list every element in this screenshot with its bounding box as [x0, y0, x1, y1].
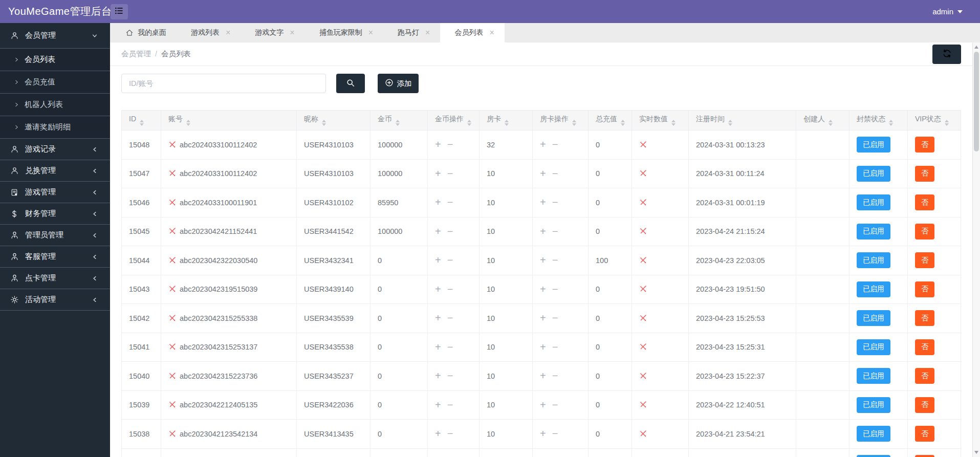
tools-icon[interactable]	[168, 256, 176, 264]
user-menu[interactable]: admin	[932, 7, 963, 16]
decrease-cards-icon[interactable]: −	[552, 139, 558, 150]
sidebar-item-游戏记录[interactable]: 游戏记录	[0, 139, 110, 160]
close-icon[interactable]: ×	[368, 29, 373, 37]
tools-icon[interactable]	[168, 401, 176, 408]
decrease-coins-icon[interactable]: −	[447, 399, 453, 410]
sidebar-item-会员管理[interactable]: 会员管理	[0, 23, 110, 49]
tools-icon[interactable]	[168, 372, 176, 380]
scroll-up-arrow-icon[interactable]	[974, 46, 978, 49]
tools-icon[interactable]	[639, 256, 647, 264]
decrease-cards-icon[interactable]: −	[552, 370, 558, 381]
search-input[interactable]	[121, 74, 326, 93]
column-header-账号[interactable]: 账号	[161, 111, 297, 130]
ban-status-button[interactable]: 已启用	[857, 397, 890, 413]
tab-跑马灯[interactable]: 跑马灯 ×	[383, 23, 440, 42]
increase-cards-icon[interactable]: +	[540, 428, 546, 439]
tab-我的桌面[interactable]: 我的桌面	[115, 23, 177, 42]
column-header-创建人[interactable]: 创建人	[796, 111, 850, 130]
ban-status-button[interactable]: 已启用	[857, 339, 890, 355]
column-header-金币[interactable]: 金币	[371, 111, 428, 130]
tab-游戏列表[interactable]: 游戏列表 ×	[177, 23, 241, 42]
column-header-VIP状态[interactable]: VIP状态	[908, 111, 961, 130]
sidebar-item-财务管理[interactable]: 财务管理	[0, 203, 110, 225]
ban-status-button[interactable]: 已启用	[857, 310, 890, 326]
scrollbar-thumb[interactable]	[974, 52, 979, 151]
tools-icon[interactable]	[639, 343, 647, 351]
sort-carets-icon[interactable]	[322, 120, 326, 126]
tools-icon[interactable]	[168, 199, 176, 206]
search-button[interactable]	[336, 74, 365, 93]
ban-status-button[interactable]: 已启用	[857, 368, 890, 384]
vip-status-button[interactable]: 否	[915, 368, 934, 384]
column-header-ID[interactable]: ID	[122, 111, 161, 130]
tab-会员列表[interactable]: 会员列表 ×	[440, 23, 504, 42]
sort-carets-icon[interactable]	[945, 120, 949, 126]
vip-status-button[interactable]: 否	[915, 281, 934, 297]
ban-status-button[interactable]: 已启用	[857, 166, 890, 182]
tools-icon[interactable]	[639, 285, 647, 293]
vip-status-button[interactable]: 否	[915, 252, 934, 268]
vip-status-button[interactable]: 否	[915, 397, 934, 413]
sidebar-sub-item-邀请奖励明细[interactable]: 邀请奖励明细	[0, 116, 110, 139]
tools-icon[interactable]	[168, 314, 176, 322]
tools-icon[interactable]	[168, 343, 176, 351]
tools-icon[interactable]	[639, 430, 647, 438]
tools-icon[interactable]	[639, 141, 647, 148]
decrease-coins-icon[interactable]: −	[447, 168, 453, 179]
menu-toggle-button[interactable]	[111, 4, 128, 19]
sidebar-sub-item-机器人列表[interactable]: 机器人列表	[0, 94, 110, 116]
sidebar-item-游戏管理[interactable]: 游戏管理	[0, 182, 110, 203]
ban-status-button[interactable]: 已启用	[857, 455, 890, 457]
tools-icon[interactable]	[168, 285, 176, 293]
column-header-房卡操作[interactable]: 房卡操作	[533, 111, 589, 130]
ban-status-button[interactable]: 已启用	[857, 137, 890, 153]
ban-status-button[interactable]: 已启用	[857, 252, 890, 268]
ban-status-button[interactable]: 已启用	[857, 426, 890, 442]
decrease-coins-icon[interactable]: −	[447, 254, 453, 266]
sidebar-sub-item-会员充值[interactable]: 会员充值	[0, 71, 110, 94]
vip-status-button[interactable]: 否	[915, 426, 934, 442]
sidebar-sub-item-会员列表[interactable]: 会员列表	[0, 49, 110, 71]
vip-status-button[interactable]: 否	[915, 224, 934, 240]
increase-coins-icon[interactable]: +	[435, 284, 441, 295]
sort-carets-icon[interactable]	[572, 120, 576, 126]
sidebar-item-兑换管理[interactable]: 兑换管理	[0, 160, 110, 182]
decrease-cards-icon[interactable]: −	[552, 168, 558, 179]
decrease-cards-icon[interactable]: −	[552, 226, 558, 237]
increase-coins-icon[interactable]: +	[435, 254, 441, 266]
increase-cards-icon[interactable]: +	[540, 370, 546, 381]
decrease-cards-icon[interactable]: −	[552, 197, 558, 208]
decrease-coins-icon[interactable]: −	[447, 428, 453, 439]
increase-cards-icon[interactable]: +	[540, 341, 546, 353]
add-button[interactable]: 添加	[378, 74, 419, 93]
tools-icon[interactable]	[639, 169, 647, 177]
decrease-cards-icon[interactable]: −	[552, 428, 558, 439]
tools-icon[interactable]	[639, 401, 647, 408]
increase-coins-icon[interactable]: +	[435, 312, 441, 323]
sort-carets-icon[interactable]	[186, 120, 190, 126]
increase-cards-icon[interactable]: +	[540, 399, 546, 410]
close-icon[interactable]: ×	[226, 29, 230, 37]
ban-status-button[interactable]: 已启用	[857, 224, 890, 240]
close-icon[interactable]: ×	[290, 29, 294, 37]
decrease-coins-icon[interactable]: −	[447, 341, 453, 353]
tools-icon[interactable]	[639, 372, 647, 380]
increase-cards-icon[interactable]: +	[540, 254, 546, 266]
sidebar-item-客服管理[interactable]: 客服管理	[0, 246, 110, 268]
sort-carets-icon[interactable]	[671, 120, 676, 126]
ban-status-button[interactable]: 已启用	[857, 194, 890, 210]
sort-carets-icon[interactable]	[621, 120, 625, 126]
tools-icon[interactable]	[639, 314, 647, 322]
decrease-coins-icon[interactable]: −	[447, 197, 453, 208]
decrease-coins-icon[interactable]: −	[447, 139, 453, 150]
column-header-昵称[interactable]: 昵称	[297, 111, 371, 130]
column-header-房卡[interactable]: 房卡	[480, 111, 533, 130]
increase-coins-icon[interactable]: +	[435, 370, 441, 381]
tools-icon[interactable]	[168, 169, 176, 177]
increase-cards-icon[interactable]: +	[540, 197, 546, 208]
close-icon[interactable]: ×	[489, 29, 494, 37]
vip-status-button[interactable]: 否	[915, 310, 934, 326]
sidebar-item-点卡管理[interactable]: 点卡管理	[0, 268, 110, 289]
sidebar-item-活动管理[interactable]: 活动管理	[0, 289, 110, 311]
sort-carets-icon[interactable]	[889, 120, 893, 126]
